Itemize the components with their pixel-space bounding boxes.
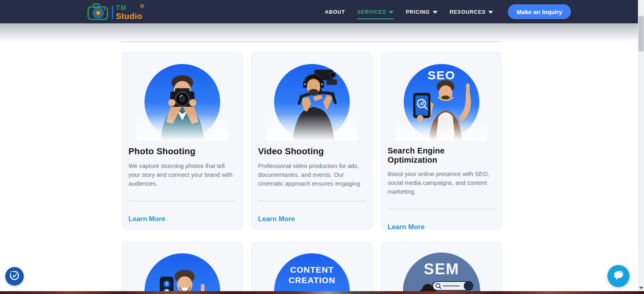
- social-media-image: f: [136, 247, 228, 294]
- card-description: We capture stunning photos that tell you…: [128, 161, 236, 188]
- camera-logo-icon: [87, 2, 109, 23]
- photo-shooting-image: [136, 58, 228, 141]
- card-divider: [258, 201, 365, 201]
- seo-image-text: SEO: [427, 68, 455, 82]
- card-divider: [128, 201, 236, 201]
- card-description: Boost your online presence with SEO, soc…: [388, 170, 495, 196]
- page: TM Studio ABOUT SERVICES PRICING: [0, 0, 644, 294]
- service-card-photo-shooting: Photo Shooting We capture stunning photo…: [122, 52, 243, 230]
- card-description: Professional video production for ads, d…: [258, 161, 365, 188]
- logo-divider: [112, 6, 113, 19]
- chevron-down-icon: [389, 11, 394, 14]
- nav-label: PRICING: [406, 9, 430, 15]
- service-card-seo: SEO: [381, 52, 502, 230]
- chat-widget-button[interactable]: [607, 265, 630, 287]
- services-grid: Photo Shooting We capture stunning photo…: [122, 52, 502, 294]
- sem-image: SEM ADS: [396, 247, 487, 294]
- seo-image: SEO: [396, 58, 487, 141]
- top-navbar: TM Studio ABOUT SERVICES PRICING: [0, 0, 638, 23]
- content-image-text-1: CONTENT: [290, 265, 334, 274]
- learn-more-link[interactable]: Learn More: [258, 215, 295, 223]
- card-divider: [388, 209, 495, 209]
- card-title: Video Shooting: [258, 146, 365, 157]
- scrollbar-down-arrow-icon[interactable]: [639, 287, 643, 289]
- cookie-consent-button[interactable]: [5, 267, 24, 286]
- scrollbar-thumb[interactable]: [638, 16, 644, 52]
- service-card-social-media: f: [122, 241, 243, 294]
- lightbulb-icon: [140, 3, 144, 10]
- logo-text-studio: Studio: [116, 12, 142, 20]
- main-nav: ABOUT SERVICES PRICING RESOURCES: [325, 0, 493, 23]
- nav-item-pricing[interactable]: PRICING: [406, 7, 438, 17]
- chat-bubbles-icon: [612, 269, 625, 284]
- nav-label: SERVICES: [357, 9, 386, 15]
- content-creation-image: CONTENT CREATION: [266, 247, 358, 294]
- nav-label: ABOUT: [325, 9, 345, 15]
- nav-item-services[interactable]: SERVICES: [357, 7, 394, 17]
- logo-text-tm: TM: [116, 5, 142, 11]
- nav-item-about[interactable]: ABOUT: [325, 7, 345, 17]
- header-shadow: [0, 23, 638, 42]
- scrollbar-track[interactable]: [638, 0, 644, 294]
- sem-image-text: SEM: [423, 261, 459, 277]
- card-title: Search Engine Optimization: [388, 146, 495, 165]
- learn-more-link[interactable]: Learn More: [388, 223, 425, 230]
- site-logo[interactable]: TM Studio: [87, 2, 142, 23]
- content-image-text-2: CREATION: [288, 275, 335, 285]
- nav-item-resources[interactable]: RESOURCES: [450, 7, 493, 17]
- service-card-sem: SEM ADS: [381, 241, 502, 294]
- video-shooting-image: [266, 58, 358, 141]
- chevron-down-icon: [433, 11, 438, 14]
- cookie-check-icon: [8, 269, 21, 283]
- make-an-inquiry-button[interactable]: Make an Inquiry: [508, 4, 571, 19]
- learn-more-link[interactable]: Learn More: [128, 215, 165, 223]
- next-section-image-edge: [0, 291, 644, 294]
- service-card-content-creation: CONTENT CREATION: [251, 241, 372, 294]
- service-card-video-shooting: Video Shooting Professional video produc…: [251, 52, 372, 230]
- card-title: Photo Shooting: [128, 146, 236, 157]
- nav-label: RESOURCES: [450, 9, 486, 15]
- svg-text:f: f: [166, 282, 167, 286]
- chevron-down-icon: [488, 11, 493, 14]
